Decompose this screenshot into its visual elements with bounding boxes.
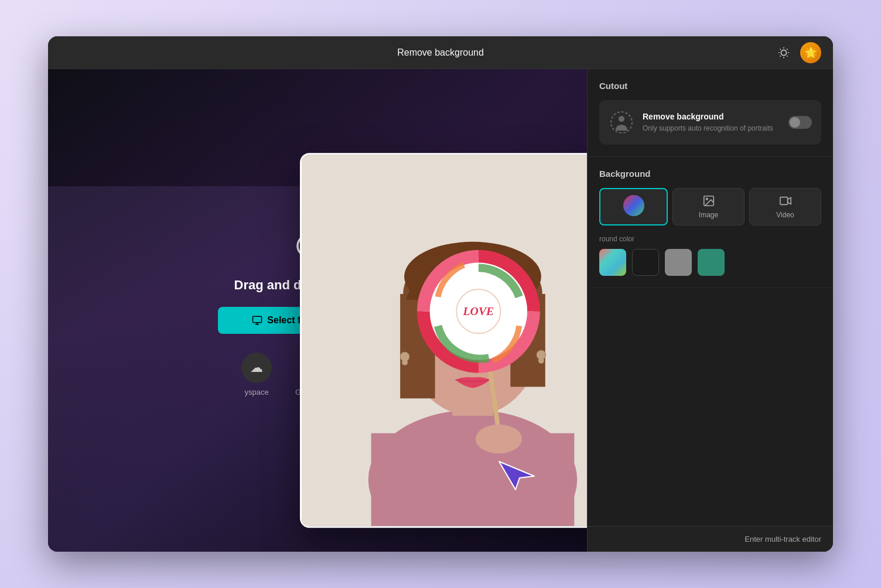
cursor-arrow: [493, 444, 540, 493]
color-swatches: [599, 249, 821, 276]
app-window: Remove background: [48, 36, 833, 552]
svg-rect-9: [253, 316, 262, 323]
background-section-title: Background: [599, 169, 821, 179]
cutout-section: Cutout Remove background Only sup: [588, 69, 833, 157]
svg-point-30: [538, 358, 544, 364]
color-label: round color: [599, 235, 821, 243]
color-swatch-black[interactable]: [632, 249, 659, 276]
cutout-section-title: Cutout: [599, 81, 821, 91]
svg-marker-36: [499, 461, 534, 490]
svg-line-5: [780, 49, 781, 49]
color-swatch-teal[interactable]: [698, 249, 725, 276]
window-title: Remove background: [397, 47, 484, 57]
left-panel: Drag and drop a video here Select from t…: [48, 69, 587, 552]
cutout-card-title: Remove background: [643, 112, 780, 121]
color-swatch-gradient[interactable]: [599, 249, 626, 276]
portrait-icon: [609, 110, 634, 135]
svg-marker-42: [787, 198, 791, 204]
myspace-icon: ☁: [241, 353, 272, 383]
bg-tab-image[interactable]: Image: [672, 188, 745, 225]
svg-rect-14: [371, 433, 575, 527]
bg-tab-color[interactable]: [599, 188, 668, 225]
background-section: Background: [588, 157, 833, 288]
cutout-text: Remove background Only supports auto rec…: [643, 112, 780, 134]
svg-line-8: [787, 49, 787, 49]
user-avatar[interactable]: 🌟: [800, 42, 821, 63]
svg-line-7: [780, 56, 781, 56]
svg-text:LOVE: LOVE: [463, 305, 494, 317]
multi-track-editor-button[interactable]: Enter multi-track editor: [745, 535, 821, 543]
remove-background-toggle[interactable]: [788, 116, 812, 129]
color-swatch-gray[interactable]: [665, 249, 692, 276]
svg-rect-41: [780, 197, 787, 205]
myspace-label: yspace: [244, 388, 268, 396]
video-tab-label: Video: [776, 211, 794, 219]
svg-line-6: [787, 56, 787, 56]
cutout-card-subtitle: Only supports auto recognition of portra…: [643, 124, 780, 134]
svg-point-0: [781, 50, 786, 55]
title-bar: Remove background: [48, 36, 833, 69]
main-content: Drag and drop a video here Select from t…: [48, 69, 833, 552]
svg-point-40: [706, 198, 708, 200]
right-panel: Cutout Remove background Only sup: [587, 69, 833, 552]
svg-point-28: [402, 360, 408, 365]
bottom-bar: Enter multi-track editor: [588, 526, 833, 552]
cloud-source-myspace[interactable]: ☁ yspace: [241, 353, 272, 396]
lamp-icon[interactable]: [774, 43, 793, 62]
svg-point-38: [619, 116, 624, 122]
image-preview: LOVE: [300, 153, 587, 528]
upload-area[interactable]: Drag and drop a video here Select from t…: [48, 69, 587, 552]
image-tab-label: Image: [699, 211, 718, 219]
bg-tab-video[interactable]: Video: [749, 188, 821, 225]
cutout-card: Remove background Only supports auto rec…: [599, 100, 821, 145]
